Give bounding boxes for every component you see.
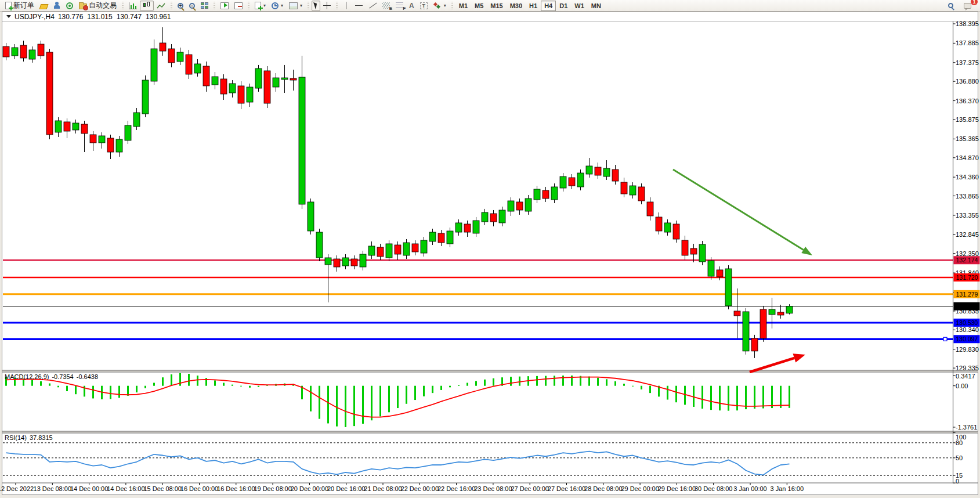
macd-histogram-bar bbox=[319, 386, 320, 419]
cursor-tool-button[interactable] bbox=[312, 1, 320, 11]
candle-body bbox=[577, 173, 584, 187]
candle-body bbox=[64, 122, 70, 131]
candle-body bbox=[46, 52, 53, 135]
downtrend-arrow-shaft[interactable] bbox=[673, 169, 804, 250]
templates-icon bbox=[289, 2, 298, 9]
search-button[interactable] bbox=[945, 1, 956, 11]
candle bbox=[455, 219, 462, 236]
tile-windows-button[interactable] bbox=[198, 1, 211, 11]
time-axis-label: 30 Dec 08:00 bbox=[695, 485, 732, 492]
candle bbox=[603, 160, 610, 180]
horizontal-line-tool-button[interactable] bbox=[352, 1, 366, 11]
fibonacci-tool-button[interactable]: F bbox=[393, 1, 406, 11]
price-axis-label: 136.370 bbox=[956, 98, 979, 104]
signals-button[interactable] bbox=[63, 1, 76, 11]
candle bbox=[290, 70, 296, 91]
time-axis-label: 20 Dec 00:00 bbox=[291, 485, 328, 492]
macd-histogram-bar bbox=[562, 376, 564, 386]
bounce-arrow-shaft[interactable] bbox=[750, 358, 794, 372]
rsi-axis-label: 50 bbox=[956, 454, 963, 461]
candle-body bbox=[264, 71, 270, 103]
macd-histogram-bar bbox=[327, 386, 329, 424]
news-button[interactable] bbox=[37, 1, 50, 11]
macd-histogram-bar bbox=[240, 386, 242, 387]
macd-histogram-bar bbox=[632, 386, 634, 387]
channel-tool-button[interactable]: E bbox=[379, 1, 393, 11]
time-axis-label: 14 Dec 00:00 bbox=[70, 485, 108, 492]
timeframe-m1[interactable]: M1 bbox=[455, 1, 471, 11]
crosshair-icon bbox=[323, 2, 331, 9]
trendline-tool-button[interactable] bbox=[366, 1, 379, 11]
macd-histogram-bar bbox=[92, 386, 94, 399]
text-label-tool-button[interactable]: T bbox=[417, 1, 431, 11]
candle-body bbox=[734, 311, 740, 316]
time-axis-label: 16 Dec 16:00 bbox=[217, 485, 255, 492]
bar-chart-button[interactable] bbox=[126, 1, 140, 11]
timeframe-d1[interactable]: D1 bbox=[556, 1, 571, 11]
new-order-button[interactable]: 新订单 bbox=[2, 1, 37, 11]
candle-body bbox=[107, 138, 114, 152]
macd-histogram-bar bbox=[475, 381, 477, 385]
macd-histogram-bar bbox=[510, 377, 512, 386]
macd-histogram-bar bbox=[554, 376, 555, 385]
candle-body bbox=[273, 78, 279, 87]
macd-histogram-bar bbox=[144, 386, 146, 388]
candle bbox=[351, 255, 357, 269]
periods-button[interactable]: ▾ bbox=[269, 1, 286, 11]
chart-context-menu-icon[interactable] bbox=[6, 15, 11, 18]
timeframe-m15[interactable]: M15 bbox=[487, 1, 506, 11]
candle bbox=[342, 254, 349, 269]
new-order-label: 新订单 bbox=[13, 1, 34, 10]
text-tool-button[interactable]: A bbox=[406, 1, 417, 11]
autotrading-button[interactable]: 自动交易 bbox=[76, 1, 120, 11]
time-axis-label: 3 Jan 16:00 bbox=[771, 485, 804, 492]
candle-body bbox=[308, 202, 314, 231]
macd-histogram-bar bbox=[423, 386, 425, 396]
timeframe-h4[interactable]: H4 bbox=[541, 1, 556, 11]
line-chart-button[interactable] bbox=[154, 1, 168, 11]
timeframe-m30[interactable]: M30 bbox=[507, 1, 526, 11]
candle bbox=[177, 48, 183, 65]
chart-shift-button[interactable] bbox=[232, 1, 245, 11]
crosshair-tool-button[interactable] bbox=[320, 1, 334, 11]
bounce-arrow-head[interactable] bbox=[793, 353, 805, 362]
macd-histogram-bar bbox=[771, 386, 773, 408]
bar-chart-icon bbox=[129, 2, 137, 9]
price-axis-label: 135.875 bbox=[956, 116, 979, 123]
candle-body bbox=[229, 84, 236, 93]
auto-scroll-button[interactable] bbox=[218, 1, 232, 11]
candle bbox=[586, 158, 592, 178]
cursor-icon bbox=[313, 2, 319, 10]
vertical-line-tool-button[interactable] bbox=[340, 1, 352, 11]
timeframe-mn[interactable]: MN bbox=[588, 1, 605, 11]
templates-button[interactable]: ▾ bbox=[286, 1, 305, 11]
candle bbox=[560, 173, 566, 192]
timeframe-w1[interactable]: W1 bbox=[571, 1, 588, 11]
zoom-in-button[interactable]: + bbox=[175, 1, 186, 11]
profile-button[interactable] bbox=[50, 1, 63, 11]
rsi-name: RSI(14) bbox=[5, 434, 27, 441]
line-anchor-handle[interactable] bbox=[943, 337, 947, 341]
candle-body bbox=[455, 223, 462, 232]
price-badge-label: 131.720 bbox=[956, 274, 978, 281]
macd-histogram-bar bbox=[701, 386, 703, 409]
zoom-out-button[interactable]: − bbox=[186, 1, 198, 11]
macd-histogram-bar bbox=[789, 386, 790, 408]
candlestick-chart-button[interactable] bbox=[140, 1, 154, 11]
macd-histogram-bar bbox=[623, 384, 625, 386]
candle bbox=[107, 135, 114, 159]
indicators-button[interactable]: ▾ bbox=[252, 1, 269, 11]
timeframe-m5[interactable]: M5 bbox=[471, 1, 487, 11]
candle-body bbox=[630, 186, 636, 195]
candle bbox=[368, 241, 375, 259]
timeframe-h1[interactable]: H1 bbox=[526, 1, 541, 11]
periods-icon bbox=[272, 2, 279, 9]
candle-body bbox=[377, 247, 384, 257]
chevron-down-icon: ▾ bbox=[300, 3, 302, 8]
downtrend-arrow-head[interactable] bbox=[801, 247, 812, 255]
notifications-button[interactable]: 1 bbox=[961, 1, 974, 11]
macd-histogram-bar bbox=[188, 374, 190, 386]
rsi-label: RSI(14) 37.8315 bbox=[5, 434, 53, 441]
arrows-tool-button[interactable]: ▾ bbox=[431, 1, 449, 11]
candle-body bbox=[699, 244, 706, 262]
